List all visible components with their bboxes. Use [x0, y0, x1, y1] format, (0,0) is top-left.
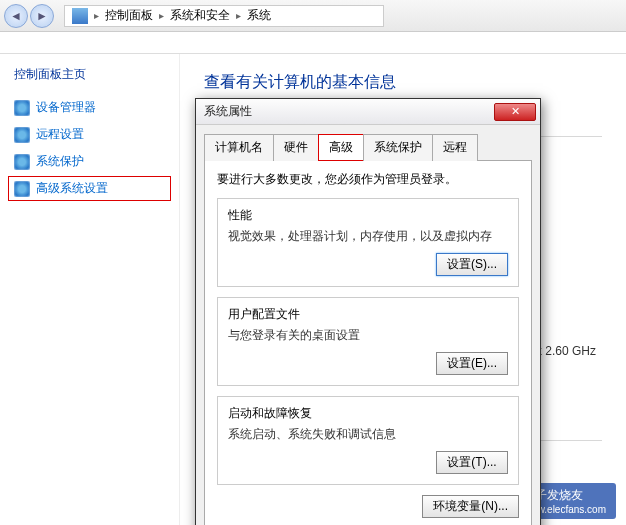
tab-content-advanced: 要进行大多数更改，您必须作为管理员登录。 性能 视觉效果，处理器计划，内存使用，… — [204, 161, 532, 525]
tab-hardware[interactable]: 硬件 — [273, 134, 319, 161]
group-performance: 性能 视觉效果，处理器计划，内存使用，以及虚拟内存 设置(S)... — [217, 198, 519, 287]
dialog-titlebar[interactable]: 系统属性 ✕ — [196, 99, 540, 125]
group-title: 性能 — [228, 207, 508, 224]
shield-icon — [14, 154, 30, 170]
group-desc: 视觉效果，处理器计划，内存使用，以及虚拟内存 — [228, 228, 508, 245]
sidebar-item-label: 远程设置 — [36, 126, 84, 143]
menubar — [0, 32, 626, 54]
chevron-right-icon: ▸ — [236, 10, 241, 21]
performance-settings-button[interactable]: 设置(S)... — [436, 253, 508, 276]
group-title: 启动和故障恢复 — [228, 405, 508, 422]
sidebar-item-system-protection[interactable]: 系统保护 — [8, 149, 171, 174]
sidebar: 控制面板主页 设备管理器 远程设置 系统保护 高级系统设置 — [0, 54, 180, 525]
breadcrumb[interactable]: ▸ 控制面板 ▸ 系统和安全 ▸ 系统 — [64, 5, 384, 27]
sidebar-item-label: 设备管理器 — [36, 99, 96, 116]
crumb-control-panel[interactable]: 控制面板 — [105, 7, 153, 24]
tab-system-protection[interactable]: 系统保护 — [363, 134, 433, 161]
sidebar-item-label: 高级系统设置 — [36, 180, 108, 197]
nav-back-button[interactable]: ◄ — [4, 4, 28, 28]
startup-settings-button[interactable]: 设置(T)... — [436, 451, 508, 474]
sidebar-item-device-manager[interactable]: 设备管理器 — [8, 95, 171, 120]
tabs: 计算机名 硬件 高级 系统保护 远程 — [204, 133, 532, 161]
chevron-right-icon: ▸ — [159, 10, 164, 21]
tab-advanced[interactable]: 高级 — [318, 134, 364, 161]
crumb-system[interactable]: 系统 — [247, 7, 271, 24]
group-title: 用户配置文件 — [228, 306, 508, 323]
close-icon: ✕ — [511, 105, 520, 118]
profile-settings-button[interactable]: 设置(E)... — [436, 352, 508, 375]
group-desc: 系统启动、系统失败和调试信息 — [228, 426, 508, 443]
group-desc: 与您登录有关的桌面设置 — [228, 327, 508, 344]
admin-note: 要进行大多数更改，您必须作为管理员登录。 — [217, 171, 519, 188]
crumb-system-security[interactable]: 系统和安全 — [170, 7, 230, 24]
page-title: 查看有关计算机的基本信息 — [204, 72, 602, 93]
tab-remote[interactable]: 远程 — [432, 134, 478, 161]
shield-icon — [14, 100, 30, 116]
computer-icon — [72, 8, 88, 24]
shield-icon — [14, 181, 30, 197]
group-startup-recovery: 启动和故障恢复 系统启动、系统失败和调试信息 设置(T)... — [217, 396, 519, 485]
chevron-right-icon: ▸ — [94, 10, 99, 21]
environment-variables-button[interactable]: 环境变量(N)... — [422, 495, 519, 518]
group-user-profiles: 用户配置文件 与您登录有关的桌面设置 设置(E)... — [217, 297, 519, 386]
sidebar-title: 控制面板主页 — [8, 66, 171, 83]
sidebar-item-label: 系统保护 — [36, 153, 84, 170]
close-button[interactable]: ✕ — [494, 103, 536, 121]
nav-forward-button[interactable]: ► — [30, 4, 54, 28]
shield-icon — [14, 127, 30, 143]
tab-computer-name[interactable]: 计算机名 — [204, 134, 274, 161]
toolbar: ◄ ► ▸ 控制面板 ▸ 系统和安全 ▸ 系统 — [0, 0, 626, 32]
sidebar-item-remote-settings[interactable]: 远程设置 — [8, 122, 171, 147]
system-properties-dialog: 系统属性 ✕ 计算机名 硬件 高级 系统保护 远程 要进行大多数更改，您必须作为… — [195, 98, 541, 525]
dialog-title: 系统属性 — [204, 103, 494, 120]
sidebar-item-advanced-settings[interactable]: 高级系统设置 — [8, 176, 171, 201]
